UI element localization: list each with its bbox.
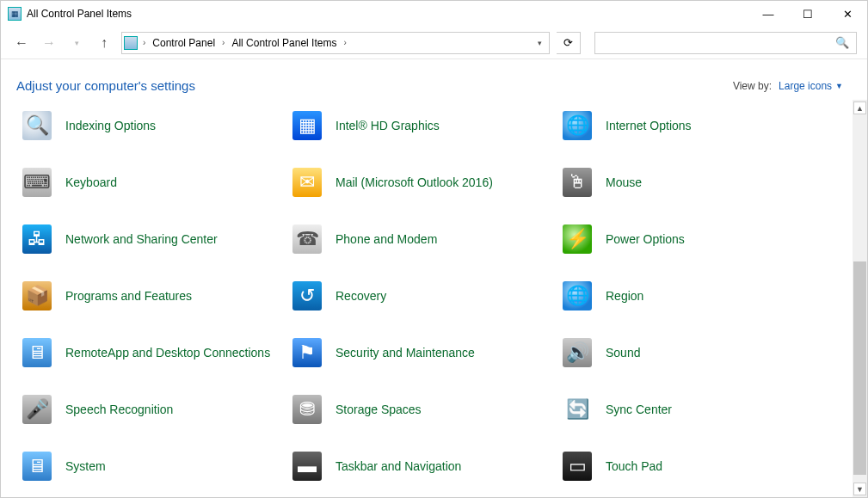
cpl-item-label: RemoteApp and Desktop Connections [65, 346, 270, 360]
cpl-item-speech-recognition[interactable]: 🎤Speech Recognition [15, 389, 281, 430]
cpl-item-label: Storage Spaces [336, 403, 422, 416]
cpl-item-label: System [65, 459, 106, 473]
page-title: Adjust your computer's settings [16, 78, 195, 93]
cpl-item-label: Speech Recognition [65, 403, 173, 416]
breadcrumb-control-panel[interactable]: Control Panel [151, 35, 217, 51]
network-sharing-center-icon: 🖧 [21, 223, 53, 255]
power-options-icon: ⚡ [561, 223, 594, 255]
back-button[interactable]: ← [11, 33, 32, 53]
cpl-item-storage-spaces[interactable]: ⛃Storage Spaces [285, 389, 551, 430]
close-button[interactable]: ✕ [828, 1, 867, 27]
search-icon: 🔍 [835, 36, 849, 49]
cpl-item-label: Sync Center [606, 403, 672, 416]
phone-and-modem-icon: ☎ [291, 223, 323, 255]
mouse-icon: 🖱 [561, 166, 594, 199]
window: ▦ All Control Panel Items — ☐ ✕ ← → ▾ ↑ … [0, 0, 868, 498]
chevron-right-icon[interactable]: › [222, 38, 225, 47]
scroll-down-button[interactable]: ▼ [853, 483, 866, 495]
cpl-item-touch-pad[interactable]: ▭Touch Pad [555, 446, 822, 487]
keyboard-icon: ⌨ [21, 166, 53, 199]
refresh-button[interactable]: ⟳ [557, 32, 581, 54]
cpl-item-intel-hd-graphics[interactable]: ▦Intel® HD Graphics [285, 105, 551, 146]
cpl-item-label: Internet Options [606, 119, 692, 132]
programs-and-features-icon: 📦 [21, 280, 53, 312]
cpl-item-label: Network and Sharing Center [65, 232, 218, 246]
cpl-item-mail[interactable]: ✉Mail (Microsoft Outlook 2016) [285, 162, 551, 203]
cpl-item-label: Recovery [336, 289, 386, 303]
cpl-item-region[interactable]: 🌐Region [555, 275, 822, 317]
window-title: All Control Panel Items [27, 8, 132, 20]
vertical-scrollbar[interactable]: ▲ ▼ [853, 100, 867, 497]
address-bar-icon [124, 36, 138, 50]
search-input[interactable]: 🔍 [594, 32, 857, 54]
control-panel-icon: ▦ [8, 7, 22, 21]
toolbar: ← → ▾ ↑ › Control Panel › All Control Pa… [1, 27, 867, 59]
viewby-dropdown[interactable]: Large icons ▼ [779, 80, 843, 92]
cpl-item-label: Touch Pad [606, 459, 662, 473]
forward-button[interactable]: → [39, 33, 59, 53]
titlebar: ▦ All Control Panel Items — ☐ ✕ [1, 1, 867, 27]
maximize-button[interactable]: ☐ [788, 1, 828, 27]
cpl-item-label: Region [606, 289, 643, 303]
region-icon: 🌐 [561, 280, 594, 312]
taskbar-navigation-icon: ▬ [291, 450, 323, 483]
cpl-item-power-options[interactable]: ⚡Power Options [555, 218, 822, 260]
sound-icon: 🔊 [561, 336, 594, 369]
cpl-item-label: Phone and Modem [336, 232, 437, 246]
recent-locations-button[interactable]: ▾ [66, 33, 87, 53]
cpl-item-taskbar-navigation[interactable]: ▬Taskbar and Navigation [285, 446, 551, 487]
scroll-thumb[interactable] [853, 261, 866, 475]
scroll-up-button[interactable]: ▲ [853, 101, 866, 114]
cpl-item-programs-and-features[interactable]: 📦Programs and Features [15, 275, 281, 317]
window-controls: — ☐ ✕ [748, 1, 867, 27]
cpl-item-mouse[interactable]: 🖱Mouse [555, 162, 822, 203]
cpl-item-internet-options[interactable]: 🌐Internet Options [555, 105, 822, 146]
touch-pad-icon: ▭ [561, 450, 594, 483]
internet-options-icon: 🌐 [561, 109, 594, 142]
cpl-item-system[interactable]: 🖥System [15, 446, 281, 487]
up-button[interactable]: ↑ [94, 33, 114, 53]
storage-spaces-icon: ⛃ [291, 393, 323, 426]
cpl-item-label: Security and Maintenance [336, 346, 475, 360]
recovery-icon: ↺ [291, 280, 323, 312]
security-maintenance-icon: ⚑ [291, 336, 323, 369]
speech-recognition-icon: 🎤 [21, 393, 53, 426]
minimize-button[interactable]: — [748, 1, 788, 27]
cpl-item-label: Sound [606, 346, 640, 360]
cpl-item-remoteapp-desktop[interactable]: 🖥RemoteApp and Desktop Connections [15, 332, 281, 373]
cpl-item-security-maintenance[interactable]: ⚑Security and Maintenance [285, 332, 551, 373]
mail-icon: ✉ [291, 166, 323, 199]
address-bar[interactable]: › Control Panel › All Control Panel Item… [121, 32, 550, 54]
address-history-dropdown[interactable]: ▾ [532, 39, 547, 47]
scroll-track[interactable] [853, 114, 867, 483]
viewby-label: View by: [733, 80, 772, 92]
cpl-item-sync-center[interactable]: 🔄Sync Center [555, 389, 822, 430]
content-area: 🔍Indexing Options▦Intel® HD Graphics🌐Int… [1, 100, 853, 497]
cpl-item-phone-and-modem[interactable]: ☎Phone and Modem [285, 218, 551, 260]
cpl-item-keyboard[interactable]: ⌨Keyboard [15, 162, 281, 203]
breadcrumb-all-items[interactable]: All Control Panel Items [230, 35, 338, 51]
system-icon: 🖥 [21, 450, 53, 483]
intel-hd-graphics-icon: ▦ [291, 109, 323, 142]
cpl-item-network-sharing-center[interactable]: 🖧Network and Sharing Center [15, 218, 281, 260]
cpl-item-sound[interactable]: 🔊Sound [555, 332, 822, 373]
cpl-item-label: Mail (Microsoft Outlook 2016) [336, 175, 493, 189]
chevron-down-icon: ▼ [835, 82, 843, 90]
sync-center-icon: 🔄 [561, 393, 594, 426]
indexing-options-icon: 🔍 [21, 109, 53, 142]
cpl-item-label: Keyboard [65, 175, 117, 189]
cpl-item-label: Mouse [606, 175, 642, 189]
cpl-item-indexing-options[interactable]: 🔍Indexing Options [15, 105, 281, 146]
chevron-right-icon[interactable]: › [343, 38, 346, 47]
cpl-item-label: Power Options [606, 232, 685, 246]
content-header: Adjust your computer's settings View by:… [1, 59, 867, 100]
cpl-item-label: Indexing Options [65, 119, 156, 132]
chevron-right-icon[interactable]: › [143, 38, 145, 47]
remoteapp-desktop-icon: 🖥 [21, 336, 53, 369]
cpl-item-label: Intel® HD Graphics [336, 119, 440, 132]
cpl-item-label: Programs and Features [65, 289, 192, 303]
cpl-item-recovery[interactable]: ↺Recovery [285, 275, 551, 317]
cpl-item-label: Taskbar and Navigation [336, 459, 461, 473]
